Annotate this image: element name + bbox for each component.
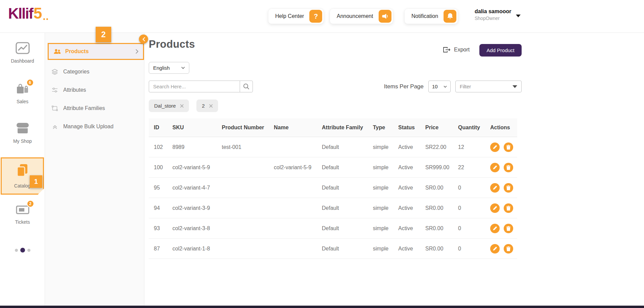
submenu-item-label: Products xyxy=(65,48,89,54)
cell-attribute-family: Default xyxy=(322,246,373,252)
user-menu[interactable]: dalia samooor ShopOwner xyxy=(475,8,521,21)
cell-attribute-family: Default xyxy=(322,164,373,171)
language-select[interactable]: English xyxy=(149,62,189,74)
close-icon[interactable] xyxy=(180,104,184,108)
brand-logo-number: 5 xyxy=(33,6,42,21)
edit-button[interactable] xyxy=(490,142,500,152)
help-center-button[interactable]: Help Center ? xyxy=(268,8,324,24)
search-icon xyxy=(243,83,249,90)
cell-attribute-family: Default xyxy=(322,225,373,232)
bell-icon xyxy=(444,10,456,23)
delete-button[interactable] xyxy=(504,163,513,172)
cell-status: Active xyxy=(398,164,425,171)
brand-logo-dots xyxy=(43,18,48,20)
annotation-marker-2: 2 xyxy=(96,27,111,42)
cell-status: Active xyxy=(398,144,425,150)
edit-button[interactable] xyxy=(490,224,500,233)
cell-price: SR22.00 xyxy=(425,144,458,150)
cell-actions xyxy=(490,244,517,254)
filter-chip-label: Dal_store xyxy=(154,103,176,109)
column-header-type[interactable]: Type xyxy=(373,125,398,131)
search-input[interactable] xyxy=(149,81,240,92)
announcement-button[interactable]: Announcement xyxy=(330,8,393,24)
notification-button[interactable]: Notification xyxy=(404,8,458,24)
submenu-item-manage-bulk-upload[interactable]: Manage Bulk Upload xyxy=(51,120,114,133)
cell-actions xyxy=(490,183,517,193)
table-row[interactable]: 94 col2-variant-3-9 Default simple Activ… xyxy=(149,198,517,218)
secondary-sidebar: Products Categories Attributes Attribute… xyxy=(45,33,144,308)
submenu-item-attributes[interactable]: Attributes xyxy=(51,83,86,97)
cell-id: 102 xyxy=(154,144,172,150)
cell-id: 87 xyxy=(154,246,172,252)
column-header-status[interactable]: Status xyxy=(398,125,425,131)
add-product-button[interactable]: Add Product xyxy=(479,44,522,57)
table-row[interactable]: 93 col2-variant-3-8 Default simple Activ… xyxy=(149,218,517,239)
collapse-sidebar-button[interactable] xyxy=(139,35,148,44)
brand-logo[interactable]: Kllif 5 xyxy=(8,6,48,21)
taskbar-edge xyxy=(0,306,644,308)
delete-button[interactable] xyxy=(504,224,513,233)
more-menu-icon[interactable] xyxy=(0,248,45,252)
items-per-page-select[interactable]: 10 xyxy=(428,81,451,92)
submenu-item-categories[interactable]: Categories xyxy=(51,65,89,79)
column-header-sku[interactable]: SKU xyxy=(172,125,222,131)
column-header-price[interactable]: Price xyxy=(425,125,458,131)
line-chart-icon xyxy=(16,41,30,55)
announcement-label: Announcement xyxy=(337,13,373,19)
submenu-item-products[interactable]: Products xyxy=(48,43,144,60)
search-button[interactable] xyxy=(240,81,253,92)
main-content: Products Export Add Product English xyxy=(144,33,522,308)
edit-button[interactable] xyxy=(490,183,500,193)
delete-button[interactable] xyxy=(504,244,513,254)
items-per-page-value: 10 xyxy=(432,84,438,89)
sidebar-item-sales[interactable]: 6 Sales xyxy=(0,82,45,104)
edit-button[interactable] xyxy=(490,203,500,213)
cell-attribute-family: Default xyxy=(322,205,373,211)
cell-sku: col2-variant-3-8 xyxy=(172,225,222,232)
toolbar: Items Per Page 10 Filter xyxy=(149,81,522,93)
chevron-down-icon xyxy=(444,86,447,88)
cell-type: simple xyxy=(373,144,398,150)
edit-button[interactable] xyxy=(490,244,500,254)
table-row[interactable]: 95 col2-variant-4-7 Default simple Activ… xyxy=(149,178,517,198)
table-row[interactable]: 87 col2-variant-1-8 Default simple Activ… xyxy=(149,239,517,259)
cell-quantity: 0 xyxy=(458,205,490,211)
products-table: ID SKU Product Number Name Attribute Fam… xyxy=(149,118,517,259)
layers-icon xyxy=(51,69,58,75)
column-header-actions: Actions xyxy=(490,125,517,131)
submenu-item-label: Manage Bulk Upload xyxy=(63,124,114,130)
annotation-marker-1: 1 xyxy=(30,175,42,188)
column-header-id[interactable]: ID xyxy=(154,125,172,131)
export-button[interactable]: Export xyxy=(443,46,470,53)
sidebar-item-label: Catalog xyxy=(14,183,30,189)
delete-button[interactable] xyxy=(504,142,513,152)
help-center-label: Help Center xyxy=(275,13,304,19)
sidebar-item-label: Tickets xyxy=(0,219,45,225)
column-header-product-number[interactable]: Product Number xyxy=(222,125,274,131)
submenu-item-attribute-families[interactable]: Attribute Families xyxy=(51,102,105,115)
storefront-icon xyxy=(15,122,30,135)
export-label: Export xyxy=(454,47,470,53)
chevron-right-icon xyxy=(136,49,138,54)
sidebar-item-label: My Shop xyxy=(0,138,45,144)
cell-id: 94 xyxy=(154,205,172,211)
cell-product-number: test-001 xyxy=(222,144,274,150)
search-group xyxy=(149,81,253,92)
page-title: Products xyxy=(149,38,195,50)
edit-button[interactable] xyxy=(490,163,500,172)
ticket-icon: 2 xyxy=(16,203,30,217)
sidebar-item-dashboard[interactable]: Dashboard xyxy=(0,41,45,64)
column-header-name[interactable]: Name xyxy=(274,125,322,131)
column-header-quantity[interactable]: Quantity xyxy=(458,125,490,131)
close-icon[interactable] xyxy=(209,104,213,108)
table-row[interactable]: 102 8989 test-001 Default simple Active … xyxy=(149,137,517,157)
delete-button[interactable] xyxy=(504,183,513,193)
sidebar-item-tickets[interactable]: 2 Tickets xyxy=(0,203,45,225)
filter-select[interactable]: Filter xyxy=(455,81,522,92)
cell-actions xyxy=(490,142,517,152)
cell-status: Active xyxy=(398,185,425,191)
delete-button[interactable] xyxy=(504,203,513,213)
sidebar-item-my-shop[interactable]: My Shop xyxy=(0,122,45,144)
table-row[interactable]: 100 col2-variant-5-9 col2-variant-5-9 De… xyxy=(149,157,517,178)
column-header-attribute-family[interactable]: Attribute Family xyxy=(322,125,373,131)
